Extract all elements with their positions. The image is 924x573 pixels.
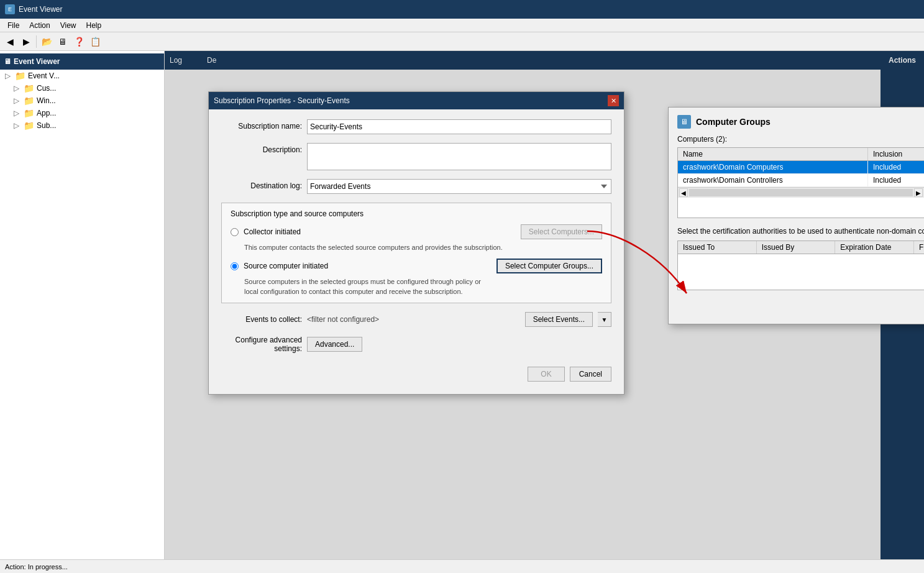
sidebar-item-label-sub: Sub... <box>37 121 56 130</box>
cg-table-container: Name Inclusion crashwork\Domain Computer… <box>677 147 924 218</box>
toolbar-forward[interactable]: ▶ <box>19 34 34 49</box>
cg-table-header: Name Inclusion <box>678 148 924 161</box>
folder-icon-2: 📁 <box>24 83 34 93</box>
sidebar-item-label-app: App... <box>37 109 56 117</box>
cert-header-expiration: Expiration Date <box>835 241 914 254</box>
main-area: 🖥 Event Viewer ▷ 📁 Event V... ▷ 📁 Cus...… <box>0 51 924 559</box>
dialog-subscription-close[interactable]: ✕ <box>608 95 619 106</box>
advanced-btn[interactable]: Advanced... <box>307 337 362 352</box>
toolbar-separator <box>36 35 37 48</box>
collector-initiated-row: Collector initiated Select Computers... <box>231 224 602 239</box>
events-row: Events to collect: <filter not configure… <box>221 312 611 327</box>
sidebar-item-label-eventv: Event V... <box>28 71 60 80</box>
cg-cell-name-1: crashwork\Domain Computers <box>678 161 868 173</box>
subscription-cancel-btn[interactable]: Cancel <box>570 367 611 382</box>
description-input[interactable] <box>307 143 611 170</box>
app-title: Event Viewer <box>19 5 62 14</box>
cert-table-wrapper: Issued To Issued By Expiration Date Fri <box>677 241 924 296</box>
subscription-name-row: Subscription name: <box>221 119 611 134</box>
expand-icon: ▷ <box>5 71 12 80</box>
menu-file[interactable]: File <box>2 20 24 31</box>
sidebar-title: Event Viewer <box>14 57 60 66</box>
cg-header-name: Name <box>678 148 868 160</box>
sidebar-item-app[interactable]: ▷ 📁 App... <box>0 107 164 119</box>
events-dropdown-btn[interactable]: ▼ <box>598 312 611 327</box>
source-initiated-row: Source computer initiated Select Compute… <box>231 259 602 273</box>
table-row[interactable]: crashwork\Domain Controllers Included <box>678 174 924 187</box>
subscription-type-section: Subscription type and source computers C… <box>221 203 611 303</box>
cg-main: Name Inclusion crashwork\Domain Computer… <box>677 147 924 218</box>
cert-header-issued-by: Issued By <box>757 241 836 254</box>
dialog-subscription-body: Subscription name: Description: Destinat… <box>209 109 624 394</box>
folder-icon: 📁 <box>15 71 25 81</box>
toolbar-open[interactable]: 📂 <box>39 34 54 49</box>
toolbar-view[interactable]: 📋 <box>88 34 103 49</box>
dialog-cg-body: 🖥 Computer Groups Computers (2): Name In… <box>669 108 924 324</box>
subscription-type-title: Subscription type and source computers <box>231 209 602 218</box>
cert-section-label: Select the certification authorities to … <box>677 227 924 237</box>
expand-icon-2: ▷ <box>14 84 21 93</box>
dialog-subscription-buttons: OK Cancel <box>221 362 611 384</box>
sidebar-item-label-cus: Cus... <box>37 84 56 93</box>
destination-log-row: Destination log: Forwarded Events <box>221 179 611 194</box>
cg-scrollbar: ◀ ▶ <box>678 187 924 198</box>
cg-title-row: 🖥 Computer Groups <box>677 115 924 129</box>
dialog-subscription-title: Subscription Properties - Security-Event… <box>214 96 350 105</box>
cert-header-issued-to: Issued To <box>678 241 757 254</box>
select-events-btn[interactable]: Select Events... <box>525 312 593 327</box>
subscription-ok-btn[interactable]: OK <box>528 367 564 382</box>
sidebar-item-win[interactable]: ▷ 📁 Win... <box>0 94 164 107</box>
sidebar-item-sub[interactable]: ▷ 📁 Sub... <box>0 119 164 132</box>
destination-log-select[interactable]: Forwarded Events <box>307 179 611 194</box>
cg-title: Computer Groups <box>696 117 771 127</box>
table-row[interactable]: crashwork\Domain Computers Included <box>678 161 924 174</box>
scroll-track <box>689 189 913 196</box>
source-initiated-radio[interactable] <box>231 262 239 270</box>
sidebar-icon: 🖥 <box>4 57 11 66</box>
description-label: Description: <box>221 143 302 154</box>
subscription-name-input[interactable] <box>307 119 611 134</box>
folder-icon-3: 📁 <box>24 96 34 106</box>
events-label: Events to collect: <box>221 315 302 324</box>
cg-dialog-buttons: OK Cancel <box>677 296 924 316</box>
select-groups-btn[interactable]: Select Computer Groups... <box>496 259 602 273</box>
content-area: Log De Actions Subscription Properties -… <box>165 51 924 559</box>
toolbar-help[interactable]: ❓ <box>71 34 86 49</box>
collector-initiated-radio[interactable] <box>231 228 239 236</box>
sidebar-item-label-win: Win... <box>37 96 56 105</box>
expand-icon-4: ▷ <box>14 109 21 117</box>
expand-icon-5: ▷ <box>14 121 21 130</box>
advanced-settings-label: Configure advanced settings: <box>221 336 302 353</box>
menu-view[interactable]: View <box>55 20 81 31</box>
cg-cell-inclusion-2: Included <box>868 174 924 186</box>
source-hint: Source computers in the selected groups … <box>231 277 602 296</box>
cert-table-container: Issued To Issued By Expiration Date Fri <box>677 241 924 290</box>
cg-cell-inclusion-1: Included <box>868 161 924 173</box>
scroll-right-arrow[interactable]: ▶ <box>914 188 923 197</box>
status-text: Action: In progress... <box>5 563 68 571</box>
dialog-subscription-titlebar: Subscription Properties - Security-Event… <box>209 92 624 109</box>
computers-count: Computers (2): <box>677 135 924 144</box>
dialog-computer-groups: 🖥 Computer Groups Computers (2): Name In… <box>668 107 924 324</box>
sidebar-item-eventviewer[interactable]: ▷ 📁 Event V... <box>0 70 164 82</box>
scroll-left-arrow[interactable]: ◀ <box>679 188 688 197</box>
menu-action[interactable]: Action <box>24 20 55 31</box>
sidebar-item-custom[interactable]: ▷ 📁 Cus... <box>0 82 164 94</box>
subscription-name-label: Subscription name: <box>221 119 302 131</box>
cert-and-buttons: Issued To Issued By Expiration Date Fri … <box>677 241 924 296</box>
toolbar-monitor[interactable]: 🖥 <box>55 34 70 49</box>
toolbar-back[interactable]: ◀ <box>2 34 17 49</box>
description-row: Description: <box>221 143 611 170</box>
title-bar: E Event Viewer <box>0 0 924 19</box>
folder-icon-5: 📁 <box>24 121 34 131</box>
source-initiated-label: Source computer initiated <box>244 262 492 270</box>
toolbar: ◀ ▶ 📂 🖥 ❓ 📋 <box>0 32 924 51</box>
cg-cell-name-2: crashwork\Domain Controllers <box>678 174 868 186</box>
menu-help[interactable]: Help <box>81 20 107 31</box>
events-filter: <filter not configured> <box>307 315 520 324</box>
cg-header-inclusion: Inclusion <box>868 148 924 160</box>
advanced-row: Configure advanced settings: Advanced... <box>221 336 611 353</box>
select-computers-btn[interactable]: Select Computers... <box>521 224 602 239</box>
dialog-subscription: Subscription Properties - Security-Event… <box>208 91 624 395</box>
sidebar: 🖥 Event Viewer ▷ 📁 Event V... ▷ 📁 Cus...… <box>0 51 165 559</box>
